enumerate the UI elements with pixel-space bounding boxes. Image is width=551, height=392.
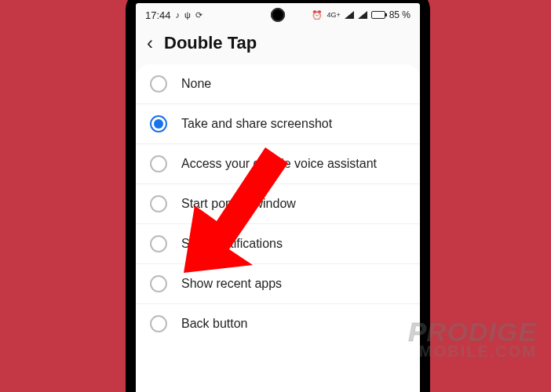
option-label: Take and share screenshot: [181, 117, 332, 131]
option-label: Start pop-up window: [181, 197, 296, 211]
option-label: Show notifications: [181, 237, 283, 251]
signal-icon-1: [345, 11, 354, 19]
back-icon[interactable]: ‹: [147, 34, 153, 53]
phone-frame: 17:44 ♪ ψ ⟳ ⏰ 4G+ 85 % ‹ Double Tap Non: [126, 0, 430, 392]
radio-icon: [150, 75, 167, 93]
options-list: None Take and share screenshot Access yo…: [136, 64, 420, 392]
radio-icon: [150, 315, 167, 332]
camera-hole: [271, 8, 285, 22]
option-label: Back button: [181, 317, 248, 331]
option-label: Access your google voice assistant: [181, 157, 377, 171]
alarm-icon: ⏰: [312, 10, 323, 20]
option-show-notifications[interactable]: Show notifications: [136, 224, 420, 264]
option-label: None: [181, 77, 211, 91]
phone-screen: 17:44 ♪ ψ ⟳ ⏰ 4G+ 85 % ‹ Double Tap Non: [136, 3, 420, 392]
option-none[interactable]: None: [136, 64, 420, 104]
option-take-share-screenshot[interactable]: Take and share screenshot: [136, 104, 420, 144]
option-popup-window[interactable]: Start pop-up window: [136, 184, 420, 224]
status-bar: 17:44 ♪ ψ ⟳ ⏰ 4G+ 85 %: [136, 3, 420, 27]
network-label: 4G+: [327, 12, 340, 19]
radio-icon: [150, 195, 167, 212]
sync-icon: ⟳: [195, 10, 203, 20]
status-time: 17:44: [145, 9, 171, 21]
option-label: Show recent apps: [181, 277, 282, 291]
radio-icon: [150, 275, 167, 292]
battery-percent: 85 %: [389, 9, 411, 20]
option-google-voice-assistant[interactable]: Access your google voice assistant: [136, 144, 420, 184]
radio-icon: [150, 155, 167, 172]
settings-header: ‹ Double Tap: [136, 27, 420, 58]
signal-icon-2: [358, 11, 367, 19]
music-icon: ♪: [176, 10, 181, 20]
radio-icon: [150, 115, 167, 132]
page-title: Double Tap: [164, 33, 257, 53]
option-show-recent-apps[interactable]: Show recent apps: [136, 264, 420, 304]
radio-icon: [150, 235, 167, 252]
battery-icon: [371, 11, 385, 19]
usb-icon: ψ: [184, 10, 191, 20]
option-back-button[interactable]: Back button: [136, 304, 420, 343]
